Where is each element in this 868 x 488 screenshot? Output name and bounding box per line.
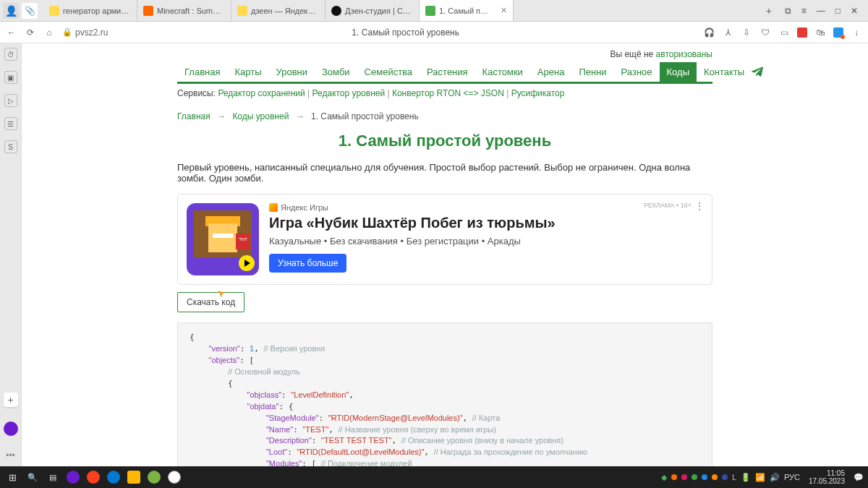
- services-row: Сервисы: Редактор сохранений | Редактор …: [177, 84, 712, 103]
- back-button[interactable]: ←: [6, 27, 17, 38]
- breadcrumb-mid[interactable]: Коды уровней: [232, 111, 289, 121]
- service-link[interactable]: Конвертор RTON <=> JSON: [392, 88, 504, 98]
- favicon: [425, 6, 435, 16]
- browser-tab[interactable]: Дзен-студия | Создание с: [326, 0, 420, 21]
- window-menu-icon[interactable]: ≡: [801, 6, 807, 16]
- taskbar-app[interactable]: [106, 469, 122, 485]
- battery-icon[interactable]: 🔋: [741, 473, 751, 482]
- service-link[interactable]: Русификатор: [511, 88, 565, 98]
- sidebar-item[interactable]: S: [4, 140, 17, 153]
- telegram-icon[interactable]: [752, 62, 763, 82]
- tray-icon[interactable]: [692, 474, 697, 480]
- nav-item[interactable]: Кастомки: [475, 62, 530, 82]
- download-code-button[interactable]: Скачать код: [177, 292, 244, 312]
- window-copy-icon[interactable]: ⧉: [785, 6, 791, 16]
- window-close-icon[interactable]: ✕: [851, 6, 858, 16]
- task-view-button[interactable]: ▤: [45, 469, 61, 485]
- translate-icon[interactable]: ⅄: [722, 27, 733, 38]
- tray-icon[interactable]: [722, 474, 728, 480]
- services-label: Сервисы:: [177, 88, 216, 98]
- nav-item[interactable]: Уровни: [269, 62, 315, 82]
- browser-tab[interactable]: 1. Самый простой уров✕: [420, 0, 514, 21]
- tray-icon[interactable]: [681, 474, 687, 480]
- ext-blue-icon[interactable]: [833, 27, 843, 38]
- sidebar-item[interactable]: ☰: [4, 117, 17, 130]
- nav-item[interactable]: Главная: [177, 62, 227, 82]
- windows-taskbar: ⊞ 🔍 ▤ ◆ L 🔋 📶 🔊 РУС 11:0517.05.2023 💬: [0, 466, 868, 488]
- window-controls: ⧉ ≡ — □ ✕: [778, 6, 865, 16]
- url-field[interactable]: 🔒 pvsz2.ru: [62, 27, 108, 38]
- breadcrumb-home[interactable]: Главная: [177, 111, 210, 121]
- sidebar-item[interactable]: ▷: [4, 94, 17, 107]
- nav-item[interactable]: Арена: [530, 62, 572, 82]
- window-maximize-icon[interactable]: □: [835, 6, 841, 16]
- new-tab-button[interactable]: +: [760, 5, 778, 17]
- page-viewport[interactable]: Вы ещё не авторизованы ГлавнаяКартыУровн…: [22, 43, 868, 466]
- ad-cta-button[interactable]: Узнать больше: [269, 254, 346, 273]
- ad-card[interactable]: TNT Яндекс Игры Игра «Нубик Шахтёр Побег…: [177, 194, 712, 285]
- tab-label: генератор армий мобов в: [63, 7, 131, 15]
- ad-tags: Казуальные • Без скачивания • Без регист…: [269, 236, 703, 247]
- favicon: [143, 6, 153, 16]
- system-tray: ◆ L 🔋 📶 🔊 РУС 11:0517.05.2023 💬: [661, 469, 864, 485]
- nav-item[interactable]: Семейства: [357, 62, 420, 82]
- taskbar-clock[interactable]: 11:0517.05.2023: [804, 469, 849, 485]
- attachments-icon[interactable]: 📎: [22, 3, 38, 19]
- taskbar-app[interactable]: [146, 469, 162, 485]
- nav-item[interactable]: Карты: [227, 62, 268, 82]
- browser-tab[interactable]: дзеен — Яндекс: нашлось: [231, 0, 326, 21]
- nav-item[interactable]: Пенни: [571, 62, 613, 82]
- tray-icon[interactable]: [702, 474, 707, 480]
- ad-label: РЕКЛАМА • 16+: [644, 202, 692, 209]
- browser-tab[interactable]: Minecraft : Summon Mob: [137, 0, 231, 21]
- profile-avatar[interactable]: 👤: [3, 3, 19, 19]
- cart-icon[interactable]: 🛍: [814, 27, 826, 38]
- download-icon[interactable]: ⇩: [741, 27, 752, 38]
- bookmark-icon[interactable]: ▭: [778, 27, 790, 38]
- favicon: [331, 6, 341, 16]
- page-title: 1. Самый простой уровень: [177, 132, 712, 150]
- tray-icon[interactable]: [671, 474, 677, 480]
- nav-item[interactable]: Зомби: [315, 62, 357, 82]
- lang-indicator[interactable]: РУС: [784, 473, 800, 481]
- sidebar-item[interactable]: ▣: [4, 71, 17, 84]
- downloads-arrow-icon[interactable]: ↓: [851, 27, 862, 38]
- sidebar-more-icon[interactable]: •••: [6, 450, 15, 461]
- shield-icon[interactable]: 🛡: [760, 27, 771, 38]
- browser-tabs: генератор армий мобов вMinecraft : Summo…: [43, 0, 760, 21]
- headphones-icon[interactable]: 🎧: [703, 27, 715, 38]
- close-tab-icon[interactable]: ✕: [501, 6, 507, 15]
- reload-button[interactable]: ⟳: [25, 27, 36, 38]
- notifications-icon[interactable]: 💬: [854, 473, 864, 482]
- nav-item[interactable]: Контакты: [697, 62, 752, 82]
- alice-icon[interactable]: [4, 421, 18, 436]
- code-block[interactable]: { "version": 1, // Версия уровня "object…: [177, 322, 712, 466]
- search-button[interactable]: 🔍: [25, 469, 41, 485]
- window-minimize-icon[interactable]: —: [817, 6, 825, 16]
- service-link[interactable]: Редактор уровней: [312, 88, 386, 98]
- taskbar-app[interactable]: [166, 469, 182, 485]
- ext-red-icon[interactable]: [797, 27, 807, 38]
- start-button[interactable]: ⊞: [4, 469, 20, 485]
- taskbar-app[interactable]: [85, 469, 101, 485]
- service-link[interactable]: Редактор сохранений: [218, 88, 305, 98]
- addrbar-right: 🎧 ⅄ ⇩ 🛡 ▭ 🛍 ↓: [703, 27, 862, 38]
- auth-link[interactable]: авторизованы: [656, 49, 712, 59]
- tray-icon[interactable]: L: [732, 474, 736, 481]
- taskbar-app[interactable]: [65, 469, 81, 485]
- nav-item[interactable]: Разное: [614, 62, 660, 82]
- sound-icon[interactable]: 🔊: [770, 473, 780, 482]
- tab-label: Minecraft : Summon Mob: [157, 7, 225, 15]
- nav-item[interactable]: Растения: [420, 62, 475, 82]
- tab-label: 1. Самый простой уров: [439, 7, 493, 15]
- sidebar-item[interactable]: ⏱: [4, 48, 17, 61]
- tray-icon[interactable]: [712, 474, 718, 480]
- sidebar-add-button[interactable]: +: [4, 393, 18, 407]
- tray-chevron-icon[interactable]: ◆: [661, 473, 667, 482]
- wifi-icon[interactable]: 📶: [755, 473, 765, 482]
- nav-item[interactable]: Коды: [660, 62, 697, 82]
- home-button[interactable]: ⌂: [43, 27, 55, 38]
- taskbar-app[interactable]: [126, 469, 142, 485]
- browser-tab[interactable]: генератор армий мобов в: [43, 0, 137, 21]
- ad-menu-icon[interactable]: ⋮: [694, 200, 705, 212]
